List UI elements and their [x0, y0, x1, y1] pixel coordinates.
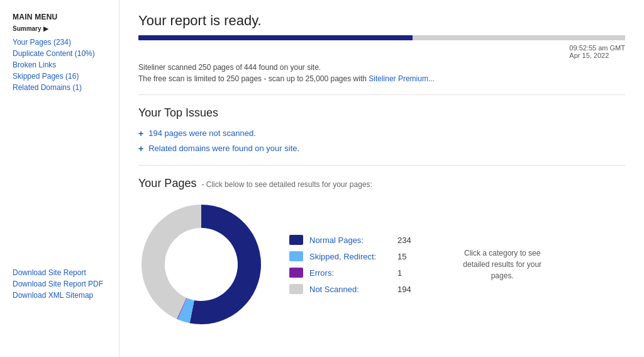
legend-color-1: [289, 251, 303, 261]
sidebar-download-pdf[interactable]: Download Site Report PDF: [13, 280, 106, 288]
sidebar-footer: Download Site ReportDownload Site Report…: [13, 268, 106, 300]
donut-chart[interactable]: [138, 201, 264, 327]
sidebar-broken-links[interactable]: Broken Links: [13, 60, 106, 69]
sidebar-related-domains[interactable]: Related Domains (1): [13, 83, 106, 92]
premium-link[interactable]: Siteliner Premium...: [369, 74, 435, 83]
legend-label-1[interactable]: Skipped, Redirect:: [309, 252, 391, 261]
sidebar-summary-arrow: ▶: [43, 25, 48, 32]
sidebar-download-report[interactable]: Download Site Report: [13, 268, 106, 277]
your-pages-header: Your Pages - Click below to see detailed…: [138, 177, 625, 190]
sidebar-nav: Your Pages (234)Duplicate Content (10%)B…: [13, 38, 106, 92]
issue-item: + 194 pages were not scanned.: [138, 128, 625, 139]
legend-label-2[interactable]: Errors:: [309, 268, 391, 278]
progress-bar-container: [138, 35, 625, 40]
top-issues-title: Your Top Issues: [138, 106, 625, 120]
chart-section: Normal Pages: 234 Skipped, Redirect: 15 …: [138, 201, 625, 327]
legend-count-2: 1: [397, 268, 402, 278]
legend-item: Not Scanned: 194: [289, 284, 411, 294]
issue-plus-icon[interactable]: +: [138, 144, 143, 154]
sidebar-summary-item[interactable]: Summary ▶: [13, 24, 106, 33]
main-menu-label: MAIN MENU: [13, 13, 106, 21]
legend-count-3: 194: [397, 285, 411, 294]
legend-color-0: [289, 235, 303, 245]
sidebar-skipped-pages[interactable]: Skipped Pages (16): [13, 72, 106, 81]
legend-color-2: [289, 268, 303, 278]
your-pages-sub: - Click below to see detailed results fo…: [201, 180, 372, 189]
your-pages-title: Your Pages: [138, 177, 196, 190]
legend-label-0[interactable]: Normal Pages:: [309, 235, 391, 245]
click-info: Click a category to see detailed results…: [455, 247, 550, 281]
scan-limit-prefix: The free scan is limited to 250 pages - …: [138, 74, 367, 83]
sidebar-your-pages[interactable]: Your Pages (234): [13, 38, 106, 47]
issue-plus-icon[interactable]: +: [138, 128, 143, 139]
issues-list: + 194 pages were not scanned. + Related …: [138, 128, 625, 154]
legend-color-3: [289, 284, 303, 294]
app-layout: MAIN MENU Summary ▶ Your Pages (234)Dupl…: [0, 0, 644, 357]
progress-bar-fill: [138, 35, 413, 40]
issue-related-domains[interactable]: Related domains were found on your site.: [148, 144, 299, 153]
donut-svg: [138, 201, 264, 327]
scan-timestamp: 09:52:55 am GMT Apr 15, 2022: [569, 44, 625, 59]
legend-section: Normal Pages: 234 Skipped, Redirect: 15 …: [289, 235, 411, 294]
progress-meta: 09:52:55 am GMT Apr 15, 2022: [138, 44, 625, 59]
legend-item: Normal Pages: 234: [289, 235, 411, 245]
issue-not-scanned[interactable]: 194 pages were not scanned.: [148, 128, 256, 138]
report-title: Your report is ready.: [138, 13, 625, 29]
sidebar: MAIN MENU Summary ▶ Your Pages (234)Dupl…: [0, 0, 119, 357]
scan-time: 09:52:55 am GMT: [569, 44, 625, 52]
legend-label-3[interactable]: Not Scanned:: [309, 285, 391, 294]
sidebar-summary-label: Summary: [13, 25, 42, 32]
main-content: Your report is ready. 09:52:55 am GMT Ap…: [119, 0, 644, 357]
sidebar-duplicate-content[interactable]: Duplicate Content (10%): [13, 49, 106, 58]
legend-count-1: 15: [397, 252, 406, 261]
scan-limit-info: The free scan is limited to 250 pages - …: [138, 74, 625, 83]
legend-item: Skipped, Redirect: 15: [289, 251, 411, 261]
legend-count-0: 234: [397, 235, 411, 245]
donut-hole: [167, 230, 236, 299]
sidebar-download-xml[interactable]: Download XML Sitemap: [13, 291, 106, 300]
scan-info: Siteliner scanned 250 pages of 444 found…: [138, 63, 625, 72]
scan-date: Apr 15, 2022: [569, 52, 609, 59]
divider-2: [138, 165, 625, 166]
issue-item: + Related domains were found on your sit…: [138, 144, 625, 154]
divider-1: [138, 94, 625, 95]
legend-item: Errors: 1: [289, 268, 411, 278]
